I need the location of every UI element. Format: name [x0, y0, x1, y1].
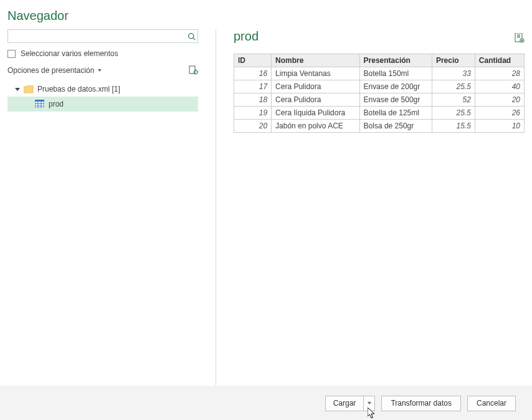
svg-line-1	[192, 37, 194, 39]
search-icon[interactable]	[185, 30, 197, 42]
chevron-down-icon	[98, 69, 102, 72]
tree-item-prod[interactable]: prod	[7, 97, 198, 112]
preview-settings-icon[interactable]	[515, 33, 525, 43]
tree-item-label: prod	[49, 100, 64, 108]
display-options-dropdown[interactable]: Opciones de presentación	[7, 66, 102, 75]
cell-id: 20	[234, 120, 272, 133]
source-tree: Pruebas de datos.xml [1] prod	[7, 82, 198, 112]
column-header[interactable]: Presentación	[359, 54, 432, 67]
refresh-icon[interactable]	[188, 65, 198, 75]
cell-precio: 25.5	[432, 107, 475, 120]
multi-select-option[interactable]: Seleccionar varios elementos	[7, 49, 198, 58]
cell-id: 17	[234, 80, 272, 93]
column-header[interactable]: Precio	[432, 54, 475, 67]
cell-nombre: Cera Pulidora	[272, 80, 359, 93]
cell-id: 18	[234, 93, 272, 107]
cell-presentacion: Bolsa de 250gr	[359, 120, 432, 133]
cell-presentacion: Botella de 125ml	[359, 107, 432, 120]
cell-precio: 52	[432, 93, 475, 107]
svg-point-3	[194, 70, 197, 74]
load-dropdown-button[interactable]	[364, 396, 375, 411]
cell-cantidad: 28	[475, 67, 524, 80]
cell-nombre: Jabón en polvo ACE	[272, 120, 359, 133]
load-button[interactable]: Cargar	[325, 396, 364, 411]
folder-icon	[24, 85, 34, 93]
table-row[interactable]: 16Limpia VentanasBotella 150ml3328	[234, 67, 525, 80]
table-row[interactable]: 17Cera PulidoraEnvase de 200gr25.540	[234, 80, 525, 93]
cell-cantidad: 10	[475, 120, 524, 133]
search-input[interactable]	[8, 31, 185, 42]
expand-collapse-icon[interactable]	[15, 88, 20, 91]
preview-table: ID Nombre Presentación Precio Cantidad 1…	[234, 54, 525, 133]
cell-cantidad: 20	[475, 93, 524, 107]
checkbox-icon	[7, 50, 16, 58]
table-row[interactable]: 19Cera líquida PulidoraBotella de 125ml2…	[234, 107, 525, 120]
cancel-button[interactable]: Cancelar	[467, 396, 516, 411]
cell-precio: 15.5	[432, 120, 475, 133]
table-row[interactable]: 18Cera PulidoraEnvase de 500gr5220	[234, 93, 525, 107]
multi-select-label: Seleccionar varios elementos	[21, 49, 118, 58]
search-field-wrapper	[7, 29, 198, 43]
cell-cantidad: 40	[475, 80, 524, 93]
footer: Cargar Transformar datos Cancelar	[0, 386, 532, 420]
transform-data-button[interactable]: Transformar datos	[381, 396, 461, 411]
cell-precio: 33	[432, 67, 475, 80]
load-split-button: Cargar	[325, 396, 376, 411]
display-options-label: Opciones de presentación	[7, 66, 94, 75]
column-header[interactable]: ID	[234, 54, 272, 67]
column-header[interactable]: Cantidad	[475, 54, 524, 67]
cell-presentacion: Botella 150ml	[359, 67, 432, 80]
tree-root-item[interactable]: Pruebas de datos.xml [1]	[7, 82, 198, 97]
svg-rect-5	[35, 100, 44, 102]
table-row[interactable]: 20Jabón en polvo ACEBolsa de 250gr15.510	[234, 120, 525, 133]
cell-presentacion: Envase de 200gr	[359, 80, 432, 93]
svg-rect-2	[189, 66, 195, 74]
cell-precio: 25.5	[432, 80, 475, 93]
cell-presentacion: Envase de 500gr	[359, 93, 432, 107]
dialog-title: Navegador	[0, 0, 532, 29]
table-icon	[35, 100, 45, 108]
navigator-panel: Seleccionar varios elementos Opciones de…	[7, 29, 198, 386]
cell-nombre: Cera líquida Pulidora	[272, 107, 359, 120]
cell-id: 19	[234, 107, 272, 120]
cell-nombre: Cera Pulidora	[272, 93, 359, 107]
preview-title: prod	[234, 29, 259, 44]
chevron-down-icon	[368, 402, 371, 404]
vertical-divider	[216, 29, 216, 386]
cell-cantidad: 26	[475, 107, 524, 120]
cell-id: 16	[234, 67, 272, 80]
tree-root-label: Pruebas de datos.xml [1]	[37, 85, 120, 93]
preview-panel: prod ID Nombre	[234, 29, 525, 386]
svg-point-0	[188, 33, 193, 38]
column-header[interactable]: Nombre	[272, 54, 359, 67]
cell-nombre: Limpia Ventanas	[272, 67, 359, 80]
